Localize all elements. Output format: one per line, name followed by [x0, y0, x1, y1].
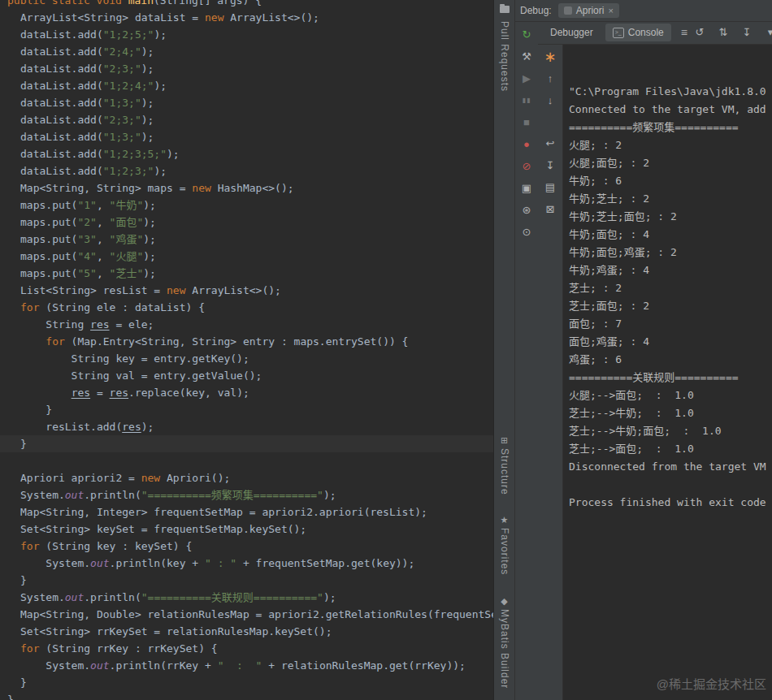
code-line: }	[0, 401, 493, 418]
debug-tab-row: Debugger >_ Console ≡ ↺⇅↧▾	[538, 21, 772, 44]
pin-icon[interactable]: ⊙	[519, 226, 534, 239]
code-line: Set<String> keySet = frequentSetMap.keyS…	[0, 521, 493, 538]
code-line: maps.put("5", "芝士");	[0, 265, 493, 282]
settings-icon[interactable]: ⊛	[519, 204, 534, 217]
code-line: dataList.add("2;4;");	[0, 43, 493, 60]
pause-icon[interactable]: ▮▮	[519, 94, 534, 107]
code-line: for (String key : keySet) {	[0, 538, 493, 555]
restore-layout-icon[interactable]: ↺	[692, 26, 707, 39]
resume-icon[interactable]: ▶	[519, 72, 534, 85]
view-options-icon[interactable]: ≡	[681, 26, 687, 39]
console-settings-icon[interactable]: ∗	[543, 50, 557, 63]
code-line	[0, 452, 493, 469]
code-line: }	[0, 691, 493, 700]
scroll-to-end-icon[interactable]: ↧	[543, 159, 557, 172]
code-line: maps.put("1", "牛奶");	[0, 197, 493, 214]
code-line: }	[0, 572, 493, 589]
build-icon[interactable]: ⚒	[519, 50, 534, 63]
code-lines: public static void main(String[] args) {…	[0, 0, 493, 700]
console-line: 牛奶;面包;鸡蛋; : 2	[569, 244, 772, 261]
code-line: resList.add(res);	[0, 418, 493, 435]
code-line: dataList.add("1;2;3;5;");	[0, 145, 493, 162]
code-line: for (String ele : dataList) {	[0, 299, 493, 316]
console-line: 牛奶;鸡蛋; : 4	[569, 261, 772, 279]
debug-session-tab[interactable]: Apriori ×	[558, 3, 619, 18]
code-line: public static void main(String[] args) {	[0, 0, 493, 9]
view-breakpoints-icon[interactable]: ●	[519, 138, 534, 151]
code-line: String key = entry.getKey();	[0, 350, 493, 367]
rerun-icon[interactable]: ↻	[519, 28, 534, 41]
console-lines: "C:\Program Files\Java\jdk1.8.0Connected…	[569, 83, 772, 512]
code-line: dataList.add("2;3;");	[0, 111, 493, 128]
console-line: 火腿;-->面包; : 1.0	[569, 387, 772, 404]
console-line: 牛奶;面包; : 4	[569, 226, 772, 244]
console-line: 芝士; : 2	[569, 279, 772, 297]
tab-console-label: Console	[628, 27, 664, 38]
debug-tool-window: Pull Requests ⊞ Structure ★ Favorites ◆ …	[493, 0, 772, 700]
project-folder-icon[interactable]	[500, 6, 510, 13]
console-line	[569, 476, 772, 494]
clear-console-icon[interactable]: ⊠	[543, 203, 557, 216]
console-line: 芝士;面包; : 2	[569, 297, 772, 315]
console-line: Disconnected from the target VM	[569, 458, 772, 476]
favorites-icon: ★	[501, 516, 509, 525]
screenshot-icon[interactable]: ▣	[519, 182, 534, 195]
toolbar-right-icons: ↺⇅↧▾	[692, 26, 772, 39]
tab-debugger[interactable]: Debugger	[543, 24, 601, 41]
debug-actions-toolbar: ↻⚒▶▮▮■●⊘▣⊛⊙	[515, 21, 538, 700]
run-config-icon	[564, 6, 572, 15]
stripe-item-pull-requests[interactable]: Pull Requests	[499, 21, 510, 92]
stripe-item-mybatis-builder[interactable]: ◆ MyBatis Builder	[499, 597, 510, 689]
ide-window: public static void main(String[] args) {…	[0, 0, 772, 700]
stripe-item-favorites[interactable]: ★ Favorites	[499, 516, 510, 575]
debug-session-tab-title: Apriori	[576, 5, 605, 16]
expand-icon[interactable]: ▾	[763, 26, 772, 39]
console-tab-icon: >_	[613, 28, 624, 38]
code-line: dataList.add("2;3;");	[0, 60, 493, 77]
console-line: ==========频繁项集==========	[569, 119, 772, 136]
console-line: 芝士;-->面包; : 1.0	[569, 440, 772, 458]
mybatis-icon: ◆	[501, 597, 507, 606]
code-line: List<String> resList = new ArrayList<>()…	[0, 282, 493, 299]
stripe-item-structure[interactable]: ⊞ Structure	[499, 436, 510, 495]
next-occurrence-icon[interactable]: ↓	[543, 94, 557, 107]
mute-breakpoints-icon[interactable]: ⊘	[519, 160, 534, 173]
code-line: dataList.add("1;2;3;");	[0, 162, 493, 179]
print-icon[interactable]: ▤	[543, 181, 557, 194]
debug-label: Debug:	[520, 5, 552, 16]
code-line: dataList.add("1;3;");	[0, 94, 493, 111]
console-line: 牛奶;芝士;面包; : 2	[569, 208, 772, 226]
console-output[interactable]: "C:\Program Files\Java\jdk1.8.0Connected…	[562, 44, 772, 700]
code-line: String val = entry.getValue();	[0, 367, 493, 384]
code-line: String res = ele;	[0, 316, 493, 333]
code-line: ArrayList<String> dataList = new ArrayLi…	[0, 9, 493, 26]
code-line: System.out.println(key + " : " + frequen…	[0, 555, 493, 572]
console-line: ==========关联规则==========	[569, 369, 772, 387]
code-line: Map<String, String> maps = new HashMap<>…	[0, 179, 493, 197]
code-line: res = res.replace(key, val);	[0, 384, 493, 401]
code-line: dataList.add("1;3;");	[0, 128, 493, 145]
sort-icon[interactable]: ⇅	[716, 26, 731, 39]
code-line: for (String rrKey : rrKeySet) {	[0, 640, 493, 657]
code-line: maps.put("3", "鸡蛋");	[0, 231, 493, 248]
stop-icon[interactable]: ■	[519, 116, 534, 129]
soft-wrap-icon[interactable]: ↩	[543, 137, 557, 150]
watermark: @稀土掘金技术社区	[657, 676, 766, 694]
debug-window: Debug: Apriori × Debugger >_ Console ≡ ↺…	[515, 0, 772, 700]
console-line: 芝士;-->牛奶;面包; : 1.0	[569, 422, 772, 440]
console-line: "C:\Program Files\Java\jdk1.8.0	[569, 83, 772, 101]
stripe-item-favorites-label: Favorites	[499, 528, 510, 575]
code-line: Map<String, Integer> frequentSetMap = ap…	[0, 503, 493, 521]
code-editor[interactable]: public static void main(String[] args) {…	[0, 0, 493, 700]
code-line: Apriori apriori2 = new Apriori();	[0, 469, 493, 486]
console-line: Process finished with exit code	[569, 494, 772, 512]
tool-window-stripe: Pull Requests ⊞ Structure ★ Favorites ◆ …	[494, 0, 515, 700]
code-line: Map<String, Double> relationRulesMap = a…	[0, 606, 493, 623]
prev-occurrence-icon[interactable]: ↑	[543, 72, 557, 85]
structure-icon: ⊞	[501, 436, 508, 445]
tab-console[interactable]: >_ Console	[605, 24, 671, 41]
code-line: }	[0, 435, 493, 452]
console-line: 牛奶; : 6	[569, 172, 772, 190]
scroll-down-icon[interactable]: ↧	[739, 26, 754, 39]
close-icon[interactable]: ×	[608, 6, 613, 15]
